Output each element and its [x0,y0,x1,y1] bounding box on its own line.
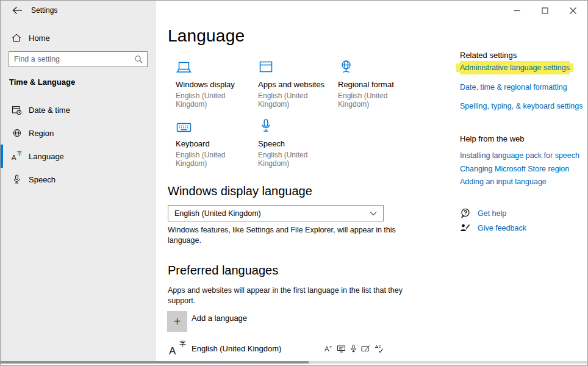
link-adding-input-language[interactable]: Adding an input language [460,178,547,186]
display-language-description: Windows features, like Settings and File… [168,225,396,246]
tile-value: English (United Kingdom) [258,151,339,168]
link-changing-store-region[interactable]: Changing Microsoft Store region [460,165,569,173]
get-help-link[interactable]: Get help [460,208,506,218]
language-icon: A字 [169,340,186,356]
text-to-speech-icon [337,345,346,353]
plus-icon: + [167,311,187,332]
help-from-web-heading: Help from the web [460,134,525,143]
related-settings-heading: Related settings [460,51,517,60]
app-window-icon [258,57,339,75]
display-language-dropdown[interactable]: English (United Kingdom) [168,205,384,221]
link-installing-language-pack[interactable]: Installing language pack for speech [460,151,579,160]
maximize-icon [542,7,548,14]
add-language-label: Add a language [192,314,247,332]
nav-label-region: Region [29,129,54,138]
search-box[interactable] [9,51,148,67]
nav-label-language: Language [29,152,64,161]
sidebar-item-date-time[interactable]: Date & time [1,98,156,121]
window-controls [503,1,587,20]
display-language-icon [324,345,332,353]
link-spelling-typing-keyboard[interactable]: Spelling, typing, & keyboard settings [460,102,583,110]
handwriting-icon [361,345,370,353]
home-label: Home [29,34,50,43]
nav-label-date-time: Date & time [29,106,70,115]
search-icon[interactable] [134,55,143,63]
link-administrative-language-settings[interactable]: Administrative language settings [460,63,570,72]
maximize-button[interactable] [531,1,559,20]
sidebar: Home Time & Language Date & time [1,1,156,361]
preferred-languages-description: Apps and websites will appear in the fir… [168,285,403,306]
sidebar-item-language[interactable]: A字 Language [1,145,156,168]
tile-title: Keyboard [176,139,256,148]
tile-value: English (United Kingdom) [176,92,256,109]
settings-window: Home Time & Language Date & time [0,0,588,366]
tile-title: Regional format [338,80,418,89]
window-title: Settings [31,6,57,15]
globe-icon [12,128,22,138]
language-icon: A字 [12,151,22,161]
tile-regional-format[interactable]: Regional format English (United Kingdom) [338,57,418,109]
sidebar-item-region[interactable]: Region [1,121,156,145]
globe-stand-icon [338,57,418,75]
page-title: Language [168,26,245,46]
tile-windows-display[interactable]: Windows display English (United Kingdom) [176,57,256,109]
tile-title: Speech [258,139,339,148]
link-date-time-regional-formatting[interactable]: Date, time & regional formatting [460,83,567,92]
basic-typing-icon [375,345,384,353]
back-arrow-icon [12,6,23,15]
close-icon [570,7,576,14]
close-button[interactable] [559,1,587,20]
speech-recognition-icon [350,345,357,353]
add-language-button[interactable]: + Add a language [167,311,247,332]
tile-apps-websites[interactable]: Apps and websites English (United Kingdo… [258,57,339,109]
tile-value: English (United Kingdom) [338,92,418,109]
laptop-icon [176,57,256,75]
titlebar: Settings [1,1,587,20]
tile-keyboard[interactable]: Keyboard English (United Kingdom) [176,116,256,168]
language-capability-icons [324,345,384,353]
bottom-scrollbar-area [1,361,587,365]
get-help-label: Get help [478,209,506,218]
tile-speech[interactable]: Speech English (United Kingdom) [258,116,339,168]
preferred-language-row[interactable]: A字 English (United Kingdom) [169,337,384,359]
give-feedback-link[interactable]: Give feedback [460,223,526,233]
give-feedback-label: Give feedback [478,224,526,232]
selected-accent-bar [1,145,3,168]
dropdown-selected-value: English (United Kingdom) [174,209,370,218]
preferred-languages-heading: Preferred languages [168,264,278,278]
horizontal-scrollbar-thumb[interactable] [1,361,309,364]
keyboard-icon [176,116,256,134]
search-input[interactable] [9,55,134,63]
tile-title: Windows display [176,80,256,89]
help-bubble-icon [460,208,471,218]
calendar-clock-icon [12,105,22,115]
sidebar-item-speech[interactable]: Speech [1,168,156,191]
microphone-icon [12,174,22,184]
nav-label-speech: Speech [29,175,56,184]
sidebar-item-home[interactable]: Home [1,29,156,47]
microphone-icon [258,116,339,134]
language-name: English (United Kingdom) [192,344,324,353]
home-icon [12,33,21,43]
sidebar-nav: Date & time Region A字 Language [1,98,156,191]
display-language-heading: Windows display language [168,184,312,198]
minimize-icon [514,7,520,14]
back-button[interactable] [8,2,26,18]
chevron-down-icon [370,211,377,216]
minimize-button[interactable] [503,1,531,20]
tile-title: Apps and websites [258,80,339,89]
tile-value: English (United Kingdom) [176,151,256,168]
sidebar-section-heading: Time & Language [9,77,75,87]
tile-value: English (United Kingdom) [258,92,339,109]
feedback-person-icon [460,223,471,233]
